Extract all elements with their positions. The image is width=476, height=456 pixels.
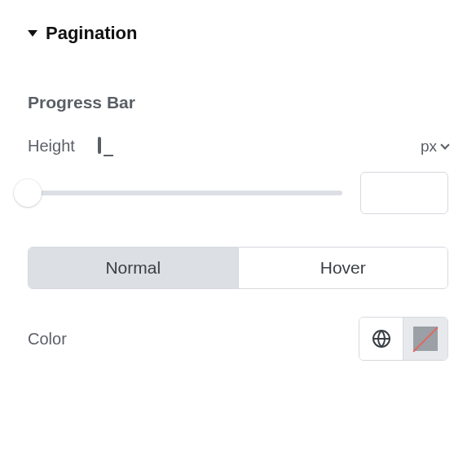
color-label: Color xyxy=(28,330,67,349)
height-label: Height xyxy=(28,137,75,156)
height-row: Height px xyxy=(28,137,448,156)
globe-icon xyxy=(372,329,391,349)
height-slider-row xyxy=(28,172,448,214)
height-slider[interactable] xyxy=(28,179,342,207)
color-row: Color xyxy=(28,317,448,361)
slider-track xyxy=(28,191,342,195)
pagination-panel: Pagination Progress Bar Height px Normal… xyxy=(0,0,476,419)
caret-down-icon xyxy=(28,30,37,37)
global-color-button[interactable] xyxy=(359,318,403,360)
progress-bar-subheading: Progress Bar xyxy=(28,93,448,112)
height-value-input[interactable] xyxy=(360,172,448,214)
slider-thumb[interactable] xyxy=(14,179,42,207)
color-swatch-button[interactable] xyxy=(403,318,447,360)
tab-hover[interactable]: Hover xyxy=(238,248,448,288)
tab-normal[interactable]: Normal xyxy=(29,248,238,288)
height-label-group: Height xyxy=(28,137,119,156)
chevron-down-icon xyxy=(440,140,449,149)
height-unit-value: px xyxy=(421,138,437,156)
color-swatch-none-icon xyxy=(413,327,438,351)
section-toggle-pagination[interactable]: Pagination xyxy=(28,23,448,44)
section-title: Pagination xyxy=(46,23,137,44)
state-tabs: Normal Hover xyxy=(28,247,448,289)
color-controls xyxy=(359,317,448,361)
responsive-desktop-icon[interactable] xyxy=(98,138,119,155)
height-unit-select[interactable]: px xyxy=(421,138,448,156)
